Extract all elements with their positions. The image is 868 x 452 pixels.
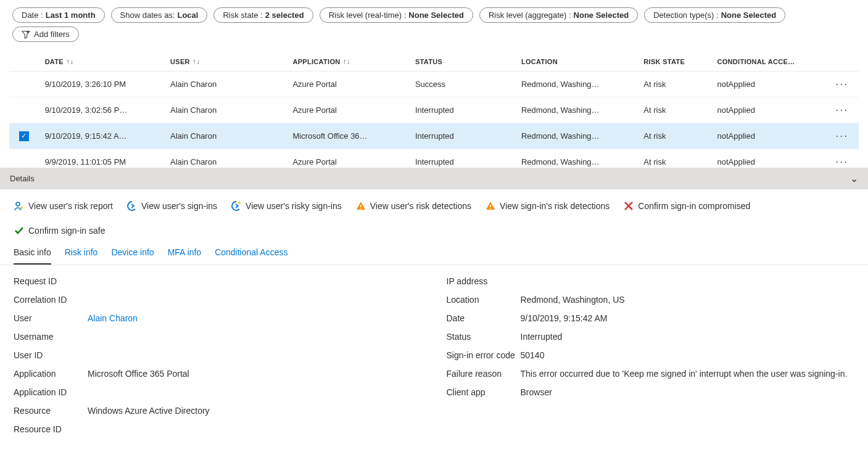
cell-date: 9/10/2019, 9:15:42 A… bbox=[39, 123, 164, 149]
confirm-compromised-link[interactable]: Confirm sign-in compromised bbox=[623, 200, 750, 212]
col-conditional[interactable]: Conditional Acce… bbox=[711, 52, 825, 72]
cell-riskstate: At risk bbox=[637, 97, 711, 123]
col-riskstate[interactable]: Risk State bbox=[637, 52, 711, 72]
confirm-safe-link[interactable]: Confirm sign-in safe bbox=[14, 225, 105, 236]
col-date[interactable]: Date↑↓ bbox=[39, 52, 164, 72]
filter-risk-state-value: 2 selected bbox=[265, 10, 304, 20]
filters-row: Date : Last 1 month Show dates as: Local… bbox=[0, 0, 868, 27]
svg-rect-5 bbox=[490, 205, 491, 207]
kv-user-id: User ID bbox=[14, 350, 422, 360]
cell-location: Redmond, Washing… bbox=[515, 97, 637, 123]
row-more-button[interactable]: ··· bbox=[825, 149, 859, 168]
details-body: Request ID Correlation ID UserAlain Char… bbox=[0, 265, 868, 452]
col-location[interactable]: Location bbox=[515, 52, 637, 72]
cell-location: Redmond, Washing… bbox=[515, 149, 637, 168]
view-signins-label: View user's sign-ins bbox=[141, 201, 217, 211]
view-user-detections-label: View user's risk detections bbox=[370, 201, 471, 211]
filter-date-label: Date : bbox=[22, 10, 43, 20]
col-location-label: Location bbox=[521, 58, 558, 65]
kv-location: LocationRedmond, Washington, US bbox=[447, 295, 855, 305]
filters-row-2: Add filters bbox=[0, 27, 868, 46]
check-icon bbox=[14, 225, 25, 236]
row-checkbox[interactable] bbox=[9, 149, 39, 168]
row-more-button[interactable]: ··· bbox=[825, 123, 859, 149]
table-row[interactable]: 9/9/2019, 11:01:05 PM Alain Charon Azure… bbox=[9, 149, 859, 168]
cell-user: Alain Charon bbox=[164, 123, 286, 149]
cell-riskstate: At risk bbox=[637, 72, 711, 97]
details-action-bar: View user's risk report View user's sign… bbox=[0, 189, 868, 240]
cell-status: Interrupted bbox=[409, 97, 515, 123]
details-panel-header[interactable]: Details ⌄ bbox=[0, 168, 868, 189]
add-filters-button[interactable]: Add filters bbox=[12, 27, 79, 42]
sort-icon: ↑↓ bbox=[192, 57, 200, 66]
cell-conditional: notApplied bbox=[711, 123, 825, 149]
filter-dates-as[interactable]: Show dates as: Local bbox=[111, 7, 208, 23]
add-filters-label: Add filters bbox=[34, 30, 70, 39]
cell-date: 9/9/2019, 11:01:05 PM bbox=[39, 149, 164, 168]
kv-failure-reason: Failure reasonThis error occurred due to… bbox=[447, 369, 855, 379]
cell-riskstate: At risk bbox=[637, 123, 711, 149]
filter-date[interactable]: Date : Last 1 month bbox=[12, 7, 105, 23]
table-row[interactable]: 9/10/2019, 3:26:10 PM Alain Charon Azure… bbox=[9, 72, 859, 97]
cell-user: Alain Charon bbox=[164, 97, 286, 123]
cell-application: Azure Portal bbox=[286, 97, 408, 123]
tab-basic-info[interactable]: Basic info bbox=[14, 244, 51, 265]
tab-mfa-info[interactable]: MFA info bbox=[168, 244, 201, 265]
filter-detection-types-value: None Selected bbox=[721, 10, 777, 20]
cell-status: Interrupted bbox=[409, 123, 515, 149]
cell-riskstate: At risk bbox=[637, 149, 711, 168]
filter-risk-realtime-value: None Selected bbox=[408, 10, 464, 20]
view-signin-detections-link[interactable]: View sign-in's risk detections bbox=[485, 200, 610, 212]
details-title: Details bbox=[10, 174, 35, 183]
filter-plus-icon bbox=[22, 30, 30, 39]
view-risk-report-label: View user's risk report bbox=[28, 201, 113, 211]
view-signins-link[interactable]: View user's sign-ins bbox=[126, 200, 217, 212]
checkbox-icon: ✓ bbox=[19, 131, 29, 141]
details-left-col: Request ID Correlation ID UserAlain Char… bbox=[14, 276, 422, 443]
filter-risk-aggregate[interactable]: Risk level (aggregate) : None Selected bbox=[479, 7, 638, 23]
col-status-label: Status bbox=[415, 58, 442, 65]
user-risk-icon bbox=[14, 200, 25, 212]
table-row[interactable]: ✓ 9/10/2019, 9:15:42 A… Alain Charon Mic… bbox=[9, 123, 859, 149]
view-user-detections-link[interactable]: View user's risk detections bbox=[355, 200, 471, 212]
view-risk-report-link[interactable]: View user's risk report bbox=[14, 200, 113, 212]
kv-status: StatusInterrupted bbox=[447, 332, 855, 342]
cell-date: 9/10/2019, 3:26:10 PM bbox=[39, 72, 164, 97]
kv-request-id: Request ID bbox=[14, 276, 422, 286]
kv-date: Date9/10/2019, 9:15:42 AM bbox=[447, 313, 855, 323]
risky-signin-icon bbox=[231, 200, 242, 212]
signin-icon bbox=[126, 200, 138, 212]
cell-status: Interrupted bbox=[409, 149, 515, 168]
tab-conditional-access[interactable]: Conditional Access bbox=[215, 244, 287, 265]
col-application[interactable]: Application↑↓ bbox=[286, 52, 408, 72]
filter-risk-state-label: Risk state : bbox=[223, 10, 262, 20]
cell-conditional: notApplied bbox=[711, 72, 825, 97]
filter-detection-types-label: Detection type(s) : bbox=[653, 10, 719, 20]
row-checkbox[interactable] bbox=[9, 72, 39, 97]
filter-detection-types[interactable]: Detection type(s) : None Selected bbox=[644, 7, 785, 23]
table-row[interactable]: 9/10/2019, 3:02:56 P… Alain Charon Azure… bbox=[9, 97, 859, 123]
row-checkbox[interactable]: ✓ bbox=[9, 123, 39, 149]
tab-risk-info[interactable]: Risk info bbox=[65, 244, 98, 265]
col-status[interactable]: Status bbox=[409, 52, 515, 72]
row-more-button[interactable]: ··· bbox=[825, 97, 859, 123]
svg-point-2 bbox=[238, 202, 241, 204]
cell-user: Alain Charon bbox=[164, 72, 286, 97]
view-signin-detections-label: View sign-in's risk detections bbox=[500, 201, 610, 211]
cell-location: Redmond, Washing… bbox=[515, 123, 637, 149]
row-more-button[interactable]: ··· bbox=[825, 72, 859, 97]
cell-application: Azure Portal bbox=[286, 149, 408, 168]
filter-risk-state[interactable]: Risk state : 2 selected bbox=[213, 7, 313, 23]
tab-device-info[interactable]: Device info bbox=[111, 244, 154, 265]
col-user[interactable]: User↑↓ bbox=[164, 52, 286, 72]
view-risky-signins-link[interactable]: View user's risky sign-ins bbox=[231, 200, 342, 212]
svg-rect-6 bbox=[490, 208, 491, 209]
col-more bbox=[825, 52, 859, 72]
filter-risk-realtime[interactable]: Risk level (real-time) : None Selected bbox=[320, 7, 473, 23]
view-risky-signins-label: View user's risky sign-ins bbox=[246, 201, 342, 211]
row-checkbox[interactable] bbox=[9, 97, 39, 123]
user-link[interactable]: Alain Charon bbox=[88, 313, 138, 323]
cell-date: 9/10/2019, 3:02:56 P… bbox=[39, 97, 164, 123]
col-checkbox[interactable] bbox=[9, 52, 39, 72]
cell-conditional: notApplied bbox=[711, 149, 825, 168]
